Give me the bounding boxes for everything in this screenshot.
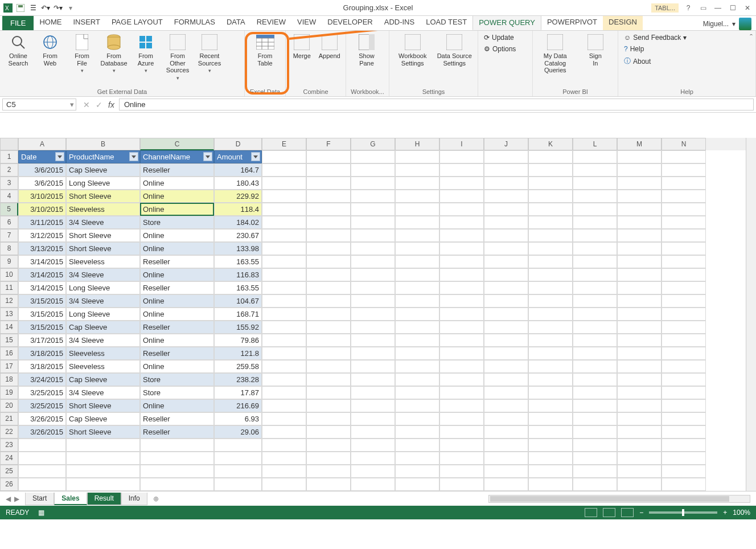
row-header[interactable]: 7: [0, 229, 18, 242]
add-sheet-button[interactable]: ⊕: [153, 495, 159, 503]
row-header[interactable]: 2: [0, 163, 18, 177]
cell[interactable]: Reseller: [140, 163, 214, 177]
sheet-tab-result[interactable]: Result: [87, 493, 121, 505]
cell[interactable]: Online: [140, 294, 214, 308]
tab-home[interactable]: HOME: [34, 15, 67, 30]
cell[interactable]: Cap Sleeve: [66, 163, 140, 177]
options-button[interactable]: ⚙Options: [482, 44, 529, 54]
cell[interactable]: 3/11/2015: [18, 216, 66, 229]
merge-button[interactable]: Merge: [289, 33, 315, 60]
cell[interactable]: 3/10/2015: [18, 190, 66, 203]
cell[interactable]: 3/4 Sleeve: [66, 294, 140, 308]
filter-button[interactable]: [55, 152, 64, 161]
column-header-M[interactable]: M: [617, 138, 662, 150]
help-icon[interactable]: ?: [683, 3, 693, 13]
undo-icon[interactable]: ↶▾: [41, 3, 50, 13]
cell[interactable]: 3/17/2015: [18, 334, 66, 347]
user-avatar[interactable]: [739, 18, 751, 30]
cell[interactable]: 104.67: [214, 294, 262, 308]
name-box[interactable]: C5▾: [2, 99, 76, 110]
from-other-sources-button[interactable]: From Other Sources▾: [163, 33, 192, 81]
online-search-button[interactable]: Online Search: [3, 33, 33, 67]
zoom-slider[interactable]: [649, 511, 717, 514]
macro-record-icon[interactable]: ▦: [38, 509, 44, 517]
cell[interactable]: 168.71: [214, 308, 262, 321]
tab-developer[interactable]: DEVELOPER: [322, 15, 378, 30]
cell[interactable]: Sleeveless: [66, 203, 140, 216]
row-header[interactable]: 18: [0, 373, 18, 386]
ribbon-display-icon[interactable]: ▭: [698, 3, 708, 13]
cell[interactable]: Online: [140, 177, 214, 190]
cell[interactable]: 3/12/2015: [18, 229, 66, 242]
tab-power-query[interactable]: POWER QUERY: [472, 15, 541, 30]
sheet-tab-info[interactable]: Info: [121, 493, 147, 505]
cell[interactable]: 3/15/2015: [18, 321, 66, 334]
append-button[interactable]: Append: [317, 33, 343, 60]
row-header[interactable]: 21: [0, 412, 18, 425]
cell[interactable]: 3/14/2015: [18, 268, 66, 281]
cell[interactable]: Online: [140, 334, 214, 347]
show-pane-button[interactable]: Show Pane: [350, 33, 384, 67]
cell[interactable]: Online: [140, 399, 214, 412]
table-header-amount[interactable]: Amount: [214, 150, 262, 163]
column-header-B[interactable]: B: [66, 138, 140, 150]
column-header-L[interactable]: L: [573, 138, 617, 150]
cell[interactable]: Reseller: [140, 255, 214, 268]
tab-nav-prev-icon[interactable]: ◀: [6, 495, 11, 503]
row-header[interactable]: 17: [0, 360, 18, 373]
collapse-ribbon-icon[interactable]: ˆ: [750, 33, 753, 42]
cell[interactable]: Store: [140, 386, 214, 399]
about-button[interactable]: ⓘAbout: [622, 56, 752, 67]
row-header[interactable]: 15: [0, 334, 18, 347]
minimize-icon[interactable]: —: [713, 3, 723, 13]
column-header-K[interactable]: K: [528, 138, 573, 150]
row-header[interactable]: 3: [0, 177, 18, 190]
filter-button[interactable]: [129, 152, 138, 161]
cell[interactable]: Online: [140, 308, 214, 321]
tab-insert[interactable]: INSERT: [67, 15, 105, 30]
select-all-corner[interactable]: [0, 138, 18, 150]
cell[interactable]: Reseller: [140, 425, 214, 439]
help-button[interactable]: ?Help: [622, 44, 752, 54]
cell[interactable]: 3/25/2015: [18, 399, 66, 412]
column-header-G[interactable]: G: [351, 138, 395, 150]
from-web-button[interactable]: From Web: [35, 33, 65, 67]
cell[interactable]: 3/18/2015: [18, 347, 66, 360]
cell[interactable]: Short Sleeve: [66, 229, 140, 242]
cell[interactable]: Cap Sleeve: [66, 321, 140, 334]
cell[interactable]: 216.69: [214, 399, 262, 412]
cell[interactable]: 3/10/2015: [18, 203, 66, 216]
sign-in-button[interactable]: Sign In: [577, 33, 615, 67]
cell[interactable]: 3/4 Sleeve: [66, 334, 140, 347]
from-database-button[interactable]: From Database▾: [99, 33, 129, 74]
table-header-channelname[interactable]: ChannelName: [140, 150, 214, 163]
tab-powerpivot[interactable]: POWERPIVOT: [541, 15, 603, 30]
spreadsheet-grid[interactable]: ABCDEFGHIJKLMN 1DateProductNameChannelNa…: [0, 138, 756, 491]
cell[interactable]: Short Sleeve: [66, 425, 140, 439]
tab-formulas[interactable]: FORMULAS: [169, 15, 221, 30]
zoom-in-button[interactable]: +: [723, 509, 727, 517]
filter-button[interactable]: [251, 152, 260, 161]
cell[interactable]: 17.87: [214, 386, 262, 399]
column-header-I[interactable]: I: [439, 138, 484, 150]
cell[interactable]: Sleeveless: [66, 255, 140, 268]
from-azure-button[interactable]: From Azure▾: [131, 33, 161, 74]
cell[interactable]: 3/13/2015: [18, 242, 66, 255]
data-source-settings-button[interactable]: Data Source Settings: [435, 33, 475, 67]
user-name[interactable]: Miguel...: [703, 20, 729, 28]
update-button[interactable]: ⟳Update: [482, 33, 529, 42]
cell[interactable]: 184.02: [214, 216, 262, 229]
column-header-F[interactable]: F: [306, 138, 351, 150]
cell[interactable]: 230.67: [214, 229, 262, 242]
row-header[interactable]: 22: [0, 425, 18, 439]
sheet-tab-sales[interactable]: Sales: [54, 493, 87, 505]
row-header[interactable]: 13: [0, 308, 18, 321]
page-layout-view-button[interactable]: [603, 508, 615, 517]
column-header-H[interactable]: H: [395, 138, 439, 150]
cell[interactable]: Long Sleeve: [66, 281, 140, 294]
cell[interactable]: Store: [140, 373, 214, 386]
row-header[interactable]: 10: [0, 268, 18, 281]
cell[interactable]: 155.92: [214, 321, 262, 334]
page-break-view-button[interactable]: [621, 508, 634, 517]
row-header[interactable]: 16: [0, 347, 18, 360]
